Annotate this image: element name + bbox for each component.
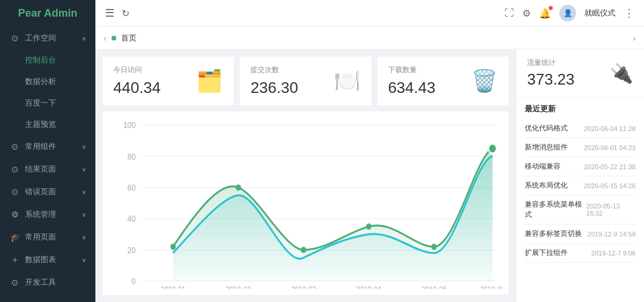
chart-card: 100 80 60 40 20 0 2019-01 2019-02 2019-0… [103,111,509,295]
devtools-icon: ⊙ [10,277,20,288]
sidebar: Pear Admin ⊙ 工作空间 ∧ 控制后台 数据分析 百度一下 主题预览 … [0,0,95,302]
svg-text:2019-06: 2019-06 [480,285,503,289]
right-stat-info: 流量统计 373.23 [527,58,575,89]
stat-visits-info: 今日访问 440.34 [113,65,161,97]
sidebar-item-analytics[interactable]: 数据分析 [0,71,95,92]
recent-item-name: 新增消息组件 [525,142,568,152]
recent-list: 优化代码格式 2020-06-04 11:28 新增消息组件 2020-06-0… [525,119,636,263]
pages-label: 常用页面 [25,232,56,242]
recent-item-name: 移动端兼容 [525,161,561,172]
bell-badge [549,6,553,10]
svg-text:0: 0 [132,276,136,286]
topbar-actions: ⛶ ⚙ 🔔 👤 就眠仪式 ⋮ [504,5,634,21]
svg-point-19 [236,185,241,191]
recent-list-item[interactable]: 系统布局优化 2020-05-15 14:26 [525,176,636,195]
stat-visits-value: 440.34 [113,79,161,97]
right-stat-icon: 🔌 [609,62,633,85]
svg-point-23 [488,144,497,154]
result-icon: ⊙ [10,164,20,175]
recent-list-item[interactable]: 扩展下拉组件 2019-12-7 9:06 [525,244,636,263]
settings-button[interactable]: ⚙ [522,8,531,19]
breadcrumb-dot [112,36,116,41]
breadcrumb-forward[interactable]: › [633,33,636,43]
stat-card-downloads: 下载数量 634.43 🗑️ [377,57,509,105]
breadcrumb-home[interactable]: 首页 [121,33,137,43]
recent-list-item[interactable]: 移动端兼容 2020-05-22 21:38 [525,157,636,176]
error-arrow: ∨ [82,189,86,195]
recent-list-item[interactable]: 兼容多系统菜单模式 2020-05-13 16:32 [525,195,636,225]
recent-item-date: 2020-05-22 21:38 [584,163,636,170]
more-menu-button[interactable]: ⋮ [624,7,634,20]
components-arrow: ∨ [82,144,86,150]
stat-downloads-label: 下载数量 [388,65,436,75]
sidebar-item-dashboard[interactable]: 控制后台 [0,49,95,71]
recent-item-date: 2020-06-04 11:28 [584,125,636,132]
system-icon: ⚙ [10,209,20,220]
stat-card-submissions: 提交次数 236.30 🍽️ [240,57,371,105]
line-chart: 100 80 60 40 20 0 2019-01 2019-02 2019-0… [109,117,503,289]
recent-item-name: 兼容多系统菜单模式 [525,200,586,220]
topbar: ☰ ↻ ⛶ ⚙ 🔔 👤 就眠仪式 ⋮ [95,0,644,27]
sidebar-group-charts[interactable]: + 数据图表 ∨ [0,248,95,271]
stat-submissions-icon: 🍽️ [334,69,361,94]
sidebar-group-devtools[interactable]: ⊙ 开发工具 [0,271,95,294]
stat-submissions-value: 236.30 [250,79,298,97]
recent-item-name: 系统布局优化 [525,180,568,191]
fullscreen-button[interactable]: ⛶ [504,8,514,18]
right-stat-value: 373.23 [527,70,575,89]
svg-text:100: 100 [123,121,136,130]
error-icon: ⊙ [10,186,20,197]
svg-point-22 [431,244,436,250]
recent-list-item[interactable]: 新增消息组件 2020-06-01 04:23 [525,138,636,157]
recent-item-date: 2020-05-15 14:26 [584,182,636,189]
recent-list-item[interactable]: 优化代码格式 2020-06-04 11:28 [525,119,636,138]
right-stat-label: 流量统计 [527,58,575,68]
sidebar-item-baidu[interactable]: 百度一下 [0,92,95,114]
svg-text:60: 60 [128,183,136,192]
charts-arrow: ∨ [82,257,86,263]
workspace-icon: ⊙ [10,33,20,43]
error-label: 错误页面 [25,186,56,197]
stat-downloads-info: 下载数量 634.43 [388,65,436,97]
stat-downloads-icon: 🗑️ [471,69,498,94]
recent-item-date: 2019-12-7 9:06 [591,250,636,257]
username-label[interactable]: 就眠仪式 [584,8,615,18]
system-arrow: ∨ [82,211,86,218]
recent-item-name: 优化代码格式 [525,123,568,133]
charts-label: 数据图表 [25,254,56,265]
stat-submissions-label: 提交次数 [250,65,298,75]
avatar: 👤 [559,5,576,21]
svg-text:20: 20 [128,245,136,255]
sidebar-group-system[interactable]: ⚙ 系统管理 ∨ [0,203,95,226]
sidebar-group-workspace[interactable]: ⊙ 工作空间 ∧ [0,27,95,49]
recent-item-date: 2019-12-9 14:58 [587,231,636,238]
bell-button[interactable]: 🔔 [539,8,551,19]
stat-visits-label: 今日访问 [113,65,161,75]
devtools-label: 开发工具 [25,277,56,288]
sidebar-group-result[interactable]: ⊙ 结果页面 ∨ [0,158,95,180]
svg-text:40: 40 [128,214,136,224]
content-right: 流量统计 373.23 🔌 最近更新 优化代码格式 2020-06-04 11:… [516,49,644,302]
stat-visits-icon: 🗂️ [196,69,223,94]
system-label: 系统管理 [25,209,56,220]
svg-point-21 [366,223,371,229]
breadcrumb-back[interactable]: ‹ [104,33,107,43]
content-area: 今日访问 440.34 🗂️ 提交次数 236.30 🍽️ 下载数量 634 [95,49,644,302]
sidebar-group-error[interactable]: ⊙ 错误页面 ∨ [0,180,95,203]
sidebar-item-theme[interactable]: 主题预览 [0,114,95,135]
svg-text:80: 80 [128,152,136,161]
sidebar-group-pages[interactable]: 🎓 常用页面 ∨ [0,226,95,248]
content-left: 今日访问 440.34 🗂️ 提交次数 236.30 🍽️ 下载数量 634 [95,49,516,302]
sidebar-logo: Pear Admin [0,0,95,27]
recent-item-name: 扩展下拉组件 [525,248,568,258]
recent-title: 最近更新 [525,104,636,114]
right-stat-card: 流量统计 373.23 🔌 [516,49,644,98]
result-arrow: ∨ [82,166,86,173]
stat-downloads-value: 634.43 [388,79,436,97]
svg-text:2019-05: 2019-05 [422,285,447,289]
refresh-button[interactable]: ↻ [122,8,129,19]
menu-toggle-button[interactable]: ☰ [105,7,114,20]
recent-list-item[interactable]: 兼容多标签页切换 2019-12-9 14:58 [525,225,636,244]
sidebar-group-components[interactable]: ⊙ 常用组件 ∨ [0,135,95,158]
main-area: ☰ ↻ ⛶ ⚙ 🔔 👤 就眠仪式 ⋮ ‹ 首页 › 今 [95,0,644,302]
